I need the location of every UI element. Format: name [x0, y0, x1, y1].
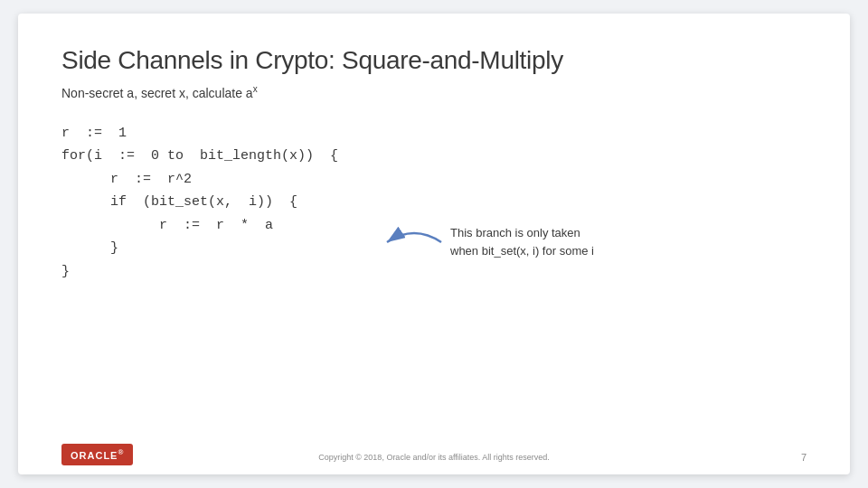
footer-copyright: Copyright © 2018, Oracle and/or its affi… — [61, 453, 807, 462]
annotation-container: This branch is only takenwhen bit_set(x,… — [369, 220, 594, 265]
slide: Side Channels in Crypto: Square-and-Mult… — [18, 14, 850, 474]
footer-page-number: 7 — [801, 452, 807, 463]
code-line-4: if (bit_set(x, i)) { — [61, 191, 807, 214]
subtitle-sup: x — [253, 84, 258, 94]
subtitle-text: Non-secret a, secret x, calculate a — [61, 86, 253, 100]
content-area: r := 1 for(i := 0 to bit_length(x)) { r … — [61, 122, 807, 460]
slide-subtitle: Non-secret a, secret x, calculate ax — [61, 84, 807, 100]
code-line-3: r := r^2 — [61, 168, 807, 192]
slide-title: Side Channels in Crypto: Square-and-Mult… — [61, 46, 807, 75]
footer: Copyright © 2018, Oracle and/or its affi… — [18, 453, 850, 462]
code-line-1: r := 1 — [61, 122, 807, 145]
annotation-text: This branch is only takenwhen bit_set(x,… — [450, 224, 594, 259]
arrow-icon — [369, 220, 450, 265]
code-line-2: for(i := 0 to bit_length(x)) { — [61, 145, 807, 168]
